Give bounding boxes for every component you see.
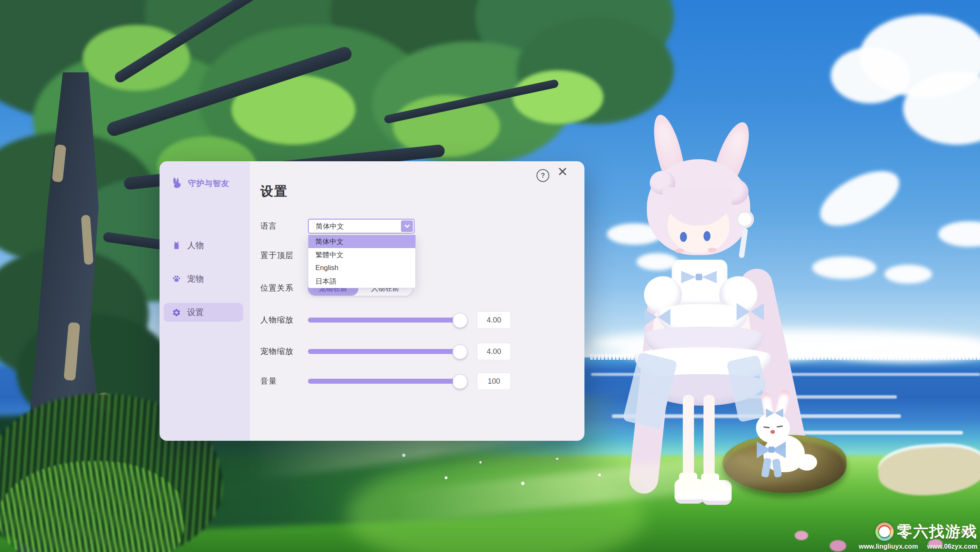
girl-blush [675, 249, 684, 253]
page-title: 设置 [260, 183, 288, 200]
pet-scale-label: 宠物缩放 [260, 346, 308, 357]
position-label: 位置关系 [260, 283, 308, 294]
tree-foliage-highlight [513, 70, 603, 124]
app-logo-row: 守护与智友 [169, 176, 229, 191]
settings-dialog: 守护与智友 人物 宠物 [160, 161, 584, 441]
gear-icon [172, 308, 181, 317]
pet-scale-slider[interactable] [308, 349, 466, 354]
girl-rose-accessory [736, 210, 754, 228]
watermark-logo-icon [875, 523, 894, 541]
character-scale-row: 人物缩放 4.00 [260, 312, 572, 328]
sidebar-item-label: 设置 [187, 307, 204, 318]
rabbit-mouth [770, 430, 775, 434]
slider-thumb[interactable] [453, 313, 467, 328]
volume-slider[interactable] [308, 379, 466, 384]
sidebar-item-character[interactable]: 人物 [164, 236, 243, 255]
character-scale-value: 4.00 [477, 311, 511, 329]
language-dropdown: 简体中文 繁體中文 English 日本語 [308, 235, 416, 288]
slider-thumb[interactable] [453, 374, 467, 389]
language-selected-value: 简体中文 [316, 222, 344, 231]
girl-eye [703, 231, 711, 241]
always-on-top-row: 置于顶层 [260, 248, 572, 263]
language-row: 语言 简体中文 [260, 219, 572, 234]
chevron-down-icon[interactable] [401, 220, 413, 232]
slider-thumb[interactable] [453, 344, 467, 359]
desktop-scene: 零六找游戏 www.lingliuyx.com www.06zyx.com 守护… [0, 0, 980, 552]
cloud [812, 256, 876, 279]
language-select[interactable]: 简体中文 [308, 219, 415, 234]
dropdown-option-simplified-chinese[interactable]: 简体中文 [308, 235, 415, 248]
watermark-url: www.06zyx.com [927, 543, 978, 550]
position-row: 位置关系 宠物在前 人物在前 [260, 281, 572, 296]
volume-value: 100 [477, 373, 511, 390]
sidebar-item-label: 人物 [187, 240, 204, 251]
always-on-top-label: 置于顶层 [260, 250, 308, 261]
watermark-url: www.lingliuyx.com [858, 543, 918, 550]
cloud [885, 265, 932, 284]
volume-label: 音量 [260, 376, 308, 387]
close-icon[interactable]: ✕ [557, 165, 568, 178]
character-scale-label: 人物缩放 [260, 315, 308, 325]
site-watermark: 零六找游戏 www.lingliuyx.com www.06zyx.com [858, 521, 978, 550]
girl-blush [708, 248, 717, 252]
white-flowers [372, 434, 637, 504]
paw-icon [172, 275, 181, 284]
sidebar-item-label: 宠物 [187, 273, 204, 284]
girl-chest-bow-knot [696, 274, 702, 280]
watermark-title: 零六找游戏 [897, 521, 978, 542]
girl-eye [680, 232, 687, 242]
tree-foliage-highlight [83, 25, 190, 91]
dropdown-option-english[interactable]: English [308, 261, 415, 275]
dropdown-option-japanese[interactable]: 日本語 [308, 275, 415, 288]
language-label: 语言 [260, 221, 308, 232]
pet-scale-row: 宠物缩放 4.00 [260, 343, 572, 360]
sidebar-item-settings[interactable]: 设置 [164, 303, 243, 322]
sidebar-nav: 人物 宠物 设置 [164, 236, 243, 337]
cloud [831, 48, 909, 103]
dialog-sidebar: 守护与智友 人物 宠物 [160, 161, 250, 441]
volume-row: 音量 100 [260, 373, 572, 390]
pet-scale-value: 4.00 [477, 343, 511, 360]
app-bunny-logo-icon [169, 176, 184, 191]
sidebar-item-pet[interactable]: 宠物 [164, 270, 243, 288]
help-button[interactable]: ? [536, 169, 549, 182]
app-title: 守护与智友 [188, 178, 229, 189]
dropdown-option-traditional-chinese[interactable]: 繁體中文 [308, 248, 415, 261]
dialog-main-panel: ? ✕ 设置 语言 简体中文 置于顶层 位置关系 [250, 161, 584, 441]
dress-icon [172, 241, 181, 250]
character-scale-slider[interactable] [308, 318, 466, 323]
